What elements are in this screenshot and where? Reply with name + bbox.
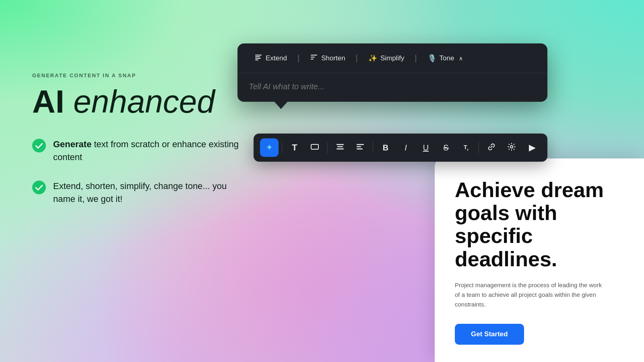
- svg-rect-15: [357, 148, 363, 150]
- svg-rect-12: [336, 148, 344, 150]
- tone-label: Tone: [440, 54, 454, 62]
- italic-icon: I: [405, 143, 407, 152]
- simplify-icon: ✨: [368, 54, 377, 63]
- ai-format-button[interactable]: ✦: [260, 138, 279, 157]
- settings-button[interactable]: [502, 138, 521, 157]
- ai-input-area[interactable]: [237, 73, 547, 102]
- text-type-button[interactable]: T: [285, 138, 304, 157]
- svg-rect-5: [255, 60, 258, 60]
- svg-rect-10: [336, 144, 344, 145]
- svg-rect-7: [311, 57, 315, 58]
- underline-button[interactable]: U: [417, 138, 435, 157]
- align-left-icon: [356, 142, 365, 153]
- more-icon: ▶: [529, 142, 535, 153]
- ai-toolbar-popup: Extend | Shorten | ✨ Simplify | 🎙️ Tone …: [237, 43, 547, 102]
- panel-headline: Achieve dream goals with specific deadli…: [455, 179, 624, 271]
- divider-2: |: [356, 53, 358, 63]
- strikethrough-button[interactable]: S: [437, 138, 455, 157]
- text-type-icon: T: [292, 142, 297, 153]
- svg-rect-6: [311, 55, 317, 56]
- format-toolbar: ✦ T B: [254, 134, 547, 162]
- extend-button[interactable]: Extend: [249, 51, 293, 66]
- link-icon: [487, 142, 496, 153]
- headline-italic: enhanced: [73, 84, 215, 119]
- svg-rect-4: [255, 58, 261, 59]
- divider-1: |: [297, 53, 299, 63]
- bold-button[interactable]: B: [376, 138, 395, 157]
- svg-rect-8: [311, 59, 314, 60]
- simplify-button[interactable]: ✨ Simplify: [363, 51, 410, 65]
- shorten-button[interactable]: Shorten: [304, 51, 351, 66]
- ai-toolbar-menu: Extend | Shorten | ✨ Simplify | 🎙️ Tone …: [237, 43, 547, 73]
- strikethrough-icon: S: [443, 143, 448, 152]
- tone-button[interactable]: 🎙️ Tone ∧: [422, 51, 469, 65]
- bold-icon: B: [383, 143, 388, 152]
- svg-rect-14: [357, 146, 361, 147]
- block-button[interactable]: [305, 138, 324, 157]
- text-size-icon: Tr: [464, 144, 469, 152]
- headline: AI enhanced: [32, 86, 242, 118]
- panel-description: Project management is the process of lea…: [455, 280, 608, 309]
- feature-text-1: Generate text from scratch or enhance ex…: [53, 138, 242, 164]
- more-button[interactable]: ▶: [522, 138, 541, 157]
- tone-icon: 🎙️: [427, 54, 436, 63]
- content-panel: Achieve dream goals with specific deadli…: [435, 158, 644, 362]
- shorten-label: Shorten: [321, 54, 345, 62]
- ai-text-input[interactable]: [249, 82, 536, 91]
- align-center-button[interactable]: [331, 138, 349, 157]
- block-icon: [310, 142, 319, 153]
- svg-rect-13: [357, 144, 364, 145]
- feature-item-1: Generate text from scratch or enhance ex…: [32, 138, 242, 164]
- shorten-icon: [310, 53, 318, 63]
- separator-1: [282, 142, 282, 153]
- headline-bold: AI: [32, 84, 64, 119]
- divider-3: |: [415, 53, 417, 63]
- feature-item-2: Extend, shorten, simplify, change tone..…: [32, 180, 242, 206]
- align-left-button[interactable]: [351, 138, 369, 157]
- check-icon-1: [32, 139, 46, 152]
- underline-icon: U: [423, 143, 429, 152]
- features-list: Generate text from scratch or enhance ex…: [32, 138, 242, 206]
- get-started-button[interactable]: Get Started: [455, 324, 524, 345]
- extend-label: Extend: [266, 54, 287, 62]
- feature-text-2: Extend, shorten, simplify, change tone..…: [53, 180, 242, 206]
- italic-button[interactable]: I: [396, 138, 415, 157]
- feature1-bold: Generate: [53, 139, 91, 149]
- svg-rect-11: [337, 146, 343, 147]
- svg-rect-9: [311, 144, 318, 149]
- svg-point-1: [32, 181, 46, 194]
- align-center-icon: [336, 142, 345, 153]
- left-content: GENERATE CONTENT IN A SNAP AI enhanced G…: [32, 72, 242, 206]
- tagline: GENERATE CONTENT IN A SNAP: [32, 72, 242, 78]
- sparkle-icon: ✦: [266, 142, 273, 153]
- separator-2: [327, 142, 328, 153]
- svg-point-16: [510, 146, 513, 148]
- text-size-button[interactable]: Tr: [457, 138, 475, 157]
- gear-icon: [507, 142, 516, 153]
- simplify-label: Simplify: [380, 54, 405, 62]
- check-icon-2: [32, 181, 46, 194]
- svg-rect-2: [255, 55, 262, 56]
- separator-3: [373, 142, 373, 153]
- extend-icon: [254, 53, 262, 63]
- svg-point-0: [32, 139, 46, 152]
- svg-rect-3: [255, 56, 260, 57]
- tone-chevron-icon: ∧: [459, 55, 463, 62]
- link-button[interactable]: [482, 138, 501, 157]
- separator-4: [479, 142, 479, 153]
